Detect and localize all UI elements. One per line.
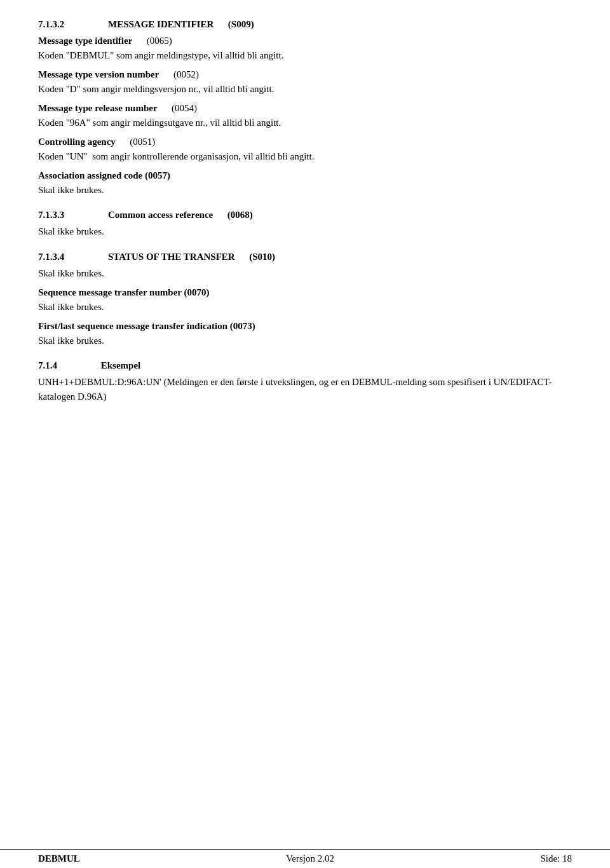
field-desc-0057: Skal ikke brukes. [38,185,104,195]
field-message-type-identifier: Message type identifier (0065) Koden "DE… [38,34,572,62]
footer-center: Versjon 2.02 [286,853,334,864]
field-desc-0052: Koden "D" som angir meldingsversjon nr.,… [38,84,274,94]
section-712-code: (S009) [228,19,254,29]
field-association-assigned-code: Association assigned code (0057) Skal ik… [38,168,572,197]
section-713-heading: 7.1.3.3 Common access reference (0068) [38,210,572,220]
field-controlling-agency: Controlling agency (0051) Koden "UN" som… [38,135,572,163]
field-label-0057: Association assigned code (0057) [38,170,170,180]
section-712-number: 7.1.3.2 [38,19,89,30]
example-line: UNH+1+DEBMUL:D:96A:UN' (Meldingen er den… [38,377,552,402]
section-example-text: UNH+1+DEBMUL:D:96A:UN' (Meldingen er den… [38,375,572,403]
section-712: 7.1.3.2 MESSAGE IDENTIFIER (S009) Messag… [38,19,572,197]
footer-left: DEBMUL [38,853,80,864]
section-example-heading: 7.1.4 Eksempel [38,360,572,371]
field-desc-0051: Koden "UN" som angir kontrollerende orga… [38,151,314,161]
section-714-code: (S010) [249,252,275,262]
section-713: 7.1.3.3 Common access reference (0068) S… [38,210,572,239]
section-714-example: 7.1.4 Eksempel UNH+1+DEBMUL:D:96A:UN' (M… [38,360,572,403]
section-713-code: (0068) [227,210,253,220]
page-footer: DEBMUL Versjon 2.02 Side: 18 [0,849,610,868]
section-713-desc: Skal ikke brukes. [38,224,572,239]
section-713-title: Common access reference [108,210,213,220]
field-label-0054: Message type release number [38,103,158,113]
section-714: 7.1.3.4 STATUS OF THE TRANSFER (S010) Sk… [38,252,572,348]
page-content: 7.1.3.2 MESSAGE IDENTIFIER (S009) Messag… [0,0,610,467]
section-714-title: STATUS OF THE TRANSFER [108,252,235,262]
field-code-0051: (0051) [130,137,155,147]
field-message-type-release: Message type release number (0054) Koden… [38,101,572,130]
field-firstlast-sequence: First/last sequence message transfer ind… [38,319,572,348]
field-code-0054: (0054) [172,103,197,113]
field-label-0073: First/last sequence message transfer ind… [38,321,255,331]
field-desc-0070: Skal ikke brukes. [38,302,104,312]
section-714-number: 7.1.3.4 [38,252,89,262]
section-714-heading: 7.1.3.4 STATUS OF THE TRANSFER (S010) [38,252,572,262]
section-example-number: 7.1.4 [38,360,89,371]
section-713-number: 7.1.3.3 [38,210,89,220]
field-sequence-transfer-number: Sequence message transfer number (0070) … [38,285,572,314]
section-713-text: Skal ikke brukes. [38,226,104,236]
field-code-0065: (0065) [147,36,172,46]
section-712-title: MESSAGE IDENTIFIER [108,19,214,29]
field-desc-0073: Skal ikke brukes. [38,336,104,346]
field-code-0052: (0052) [173,69,199,79]
field-desc-0065: Koden "DEBMUL" som angir meldingstype, v… [38,50,283,60]
section-714-main-desc: Skal ikke brukes. [38,266,572,281]
field-label-0051: Controlling agency [38,137,116,147]
field-label-0070: Sequence message transfer number (0070) [38,287,209,297]
section-712-heading: 7.1.3.2 MESSAGE IDENTIFIER (S009) [38,19,572,30]
section-example-title: Eksempel [101,360,141,370]
field-label-0065: Message type identifier [38,36,132,46]
field-message-type-version: Message type version number (0052) Koden… [38,67,572,96]
section-714-main-text: Skal ikke brukes. [38,268,104,278]
field-label-0052: Message type version number [38,69,159,79]
field-desc-0054: Koden "96A" som angir meldingsutgave nr.… [38,118,281,128]
footer-right: Side: 18 [540,853,572,864]
